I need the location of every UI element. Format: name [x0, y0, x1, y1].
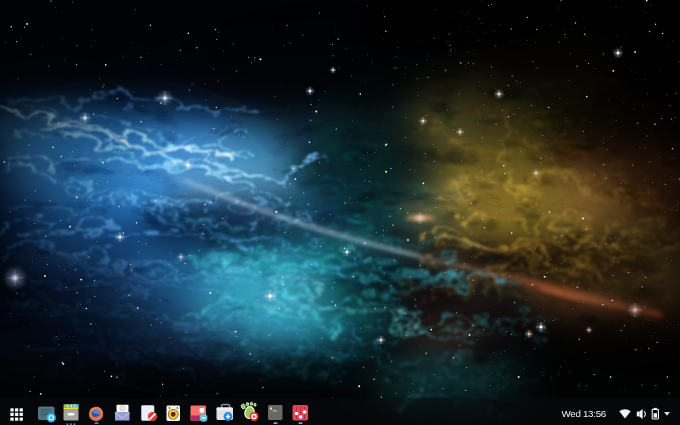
svg-text:Wed 13:56: Wed 13:56 [561, 408, 606, 419]
